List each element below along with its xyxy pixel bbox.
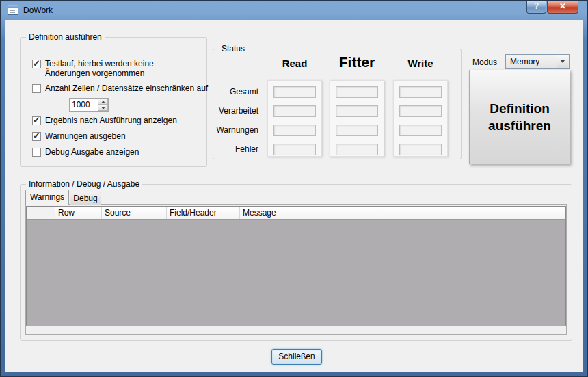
grid-column-row[interactable]: Row	[55, 207, 102, 219]
dowork-window: DoWork ? ✕ Definition ausführen Testlauf…	[0, 0, 588, 377]
status-input-read-warnungen[interactable]	[273, 125, 316, 136]
checkbox-label: Warnungen ausgeben	[45, 131, 126, 141]
tab-warnings[interactable]: Warnings	[25, 190, 69, 205]
checkbox-label: Testlauf, hierbei werden keine Änderunge…	[45, 59, 167, 78]
definition-groupbox-title: Definition ausführen	[26, 32, 105, 42]
checkbox-testlauf[interactable]: Testlauf, hierbei werden keine Änderunge…	[32, 59, 179, 78]
titlebar: DoWork ? ✕	[1, 1, 587, 20]
tab-debug[interactable]: Debug	[70, 192, 101, 205]
combo-arrow-zone	[557, 55, 568, 68]
status-column-write: Write	[393, 57, 448, 69]
help-button[interactable]: ?	[526, 1, 546, 14]
spin-up-button[interactable]	[98, 99, 108, 105]
checkbox-show-result[interactable]: Ergebnis nach Ausführung anzeigen	[32, 116, 177, 125]
warnings-grid: Row Source Field/Header Message	[26, 206, 566, 326]
checkbox-label: Ergebnis nach Ausführung anzeigen	[45, 116, 177, 125]
checkbox-debug-output[interactable]: Debug Ausgabe anzeigen	[32, 147, 139, 157]
status-panel-write	[393, 80, 448, 157]
execute-definition-button[interactable]: Definition ausführen	[469, 70, 570, 164]
chevron-down-icon	[561, 60, 565, 63]
modus-selected-value: Memory	[510, 57, 539, 66]
status-panel-read	[267, 80, 322, 157]
checkbox-warnings[interactable]: Warnungen ausgeben	[32, 131, 126, 141]
status-input-fitter-gesamt[interactable]	[336, 86, 378, 98]
modus-label: Modus	[472, 57, 497, 67]
grid-header-row: Row Source Field/Header Message	[27, 207, 565, 220]
status-input-read-gesamt[interactable]	[273, 86, 316, 98]
status-column-read: Read	[267, 57, 322, 69]
status-row-verarbeitet: Verarbeitet	[207, 106, 258, 116]
status-input-write-verarbeitet[interactable]	[399, 105, 442, 117]
output-groupbox-title: Information / Debug / Ausgabe	[26, 179, 142, 189]
chevron-down-icon	[101, 107, 105, 109]
status-input-write-fehler[interactable]	[399, 144, 442, 155]
status-row-warnungen: Warnungen	[207, 125, 258, 135]
client-area: Definition ausführen Testlauf, hierbei w…	[5, 20, 583, 372]
status-groupbox-title: Status	[219, 44, 248, 53]
status-input-fitter-fehler[interactable]	[336, 144, 378, 155]
row-limit-stepper	[69, 98, 109, 112]
checkbox-row-limit[interactable]: Anzahl Zeilen / Datensätze einschränken …	[32, 83, 208, 93]
status-input-read-fehler[interactable]	[273, 144, 316, 155]
status-input-fitter-verarbeitet[interactable]	[336, 105, 378, 117]
status-panel-fitter	[330, 80, 384, 157]
execute-button-line1: Definition	[490, 101, 550, 116]
status-input-read-verarbeitet[interactable]	[273, 105, 316, 117]
help-icon: ?	[534, 1, 539, 11]
close-icon: ✕	[559, 1, 566, 11]
status-column-fitter: Fitter	[330, 54, 384, 70]
grid-column-message[interactable]: Message	[240, 207, 565, 219]
checkbox-box	[32, 60, 41, 68]
spin-down-button[interactable]	[98, 105, 108, 111]
checkbox-box	[32, 116, 41, 125]
status-input-write-gesamt[interactable]	[399, 86, 442, 98]
grid-corner-cell	[27, 207, 55, 219]
app-icon[interactable]	[8, 5, 18, 15]
status-input-fitter-warnungen[interactable]	[336, 125, 378, 136]
schliessen-button[interactable]: Schließen	[271, 349, 322, 365]
checkbox-box	[32, 84, 41, 93]
checkbox-label: Anzahl Zeilen / Datensätze einschränken …	[45, 83, 208, 93]
chevron-up-icon	[101, 101, 105, 103]
row-limit-input[interactable]	[70, 99, 98, 111]
grid-column-source[interactable]: Source	[102, 207, 167, 219]
close-window-button[interactable]: ✕	[547, 1, 578, 14]
status-input-write-warnungen[interactable]	[399, 125, 442, 136]
grid-column-field[interactable]: Field/Header	[167, 207, 240, 219]
status-row-gesamt: Gesamt	[207, 87, 258, 96]
execute-button-line2: ausführen	[488, 118, 551, 133]
window-title: DoWork	[23, 5, 53, 15]
checkbox-box	[32, 148, 41, 157]
modus-combobox[interactable]: Memory	[505, 54, 570, 69]
checkbox-box	[32, 132, 41, 141]
checkbox-label: Debug Ausgabe anzeigen	[45, 147, 139, 157]
status-row-fehler: Fehler	[207, 144, 258, 154]
